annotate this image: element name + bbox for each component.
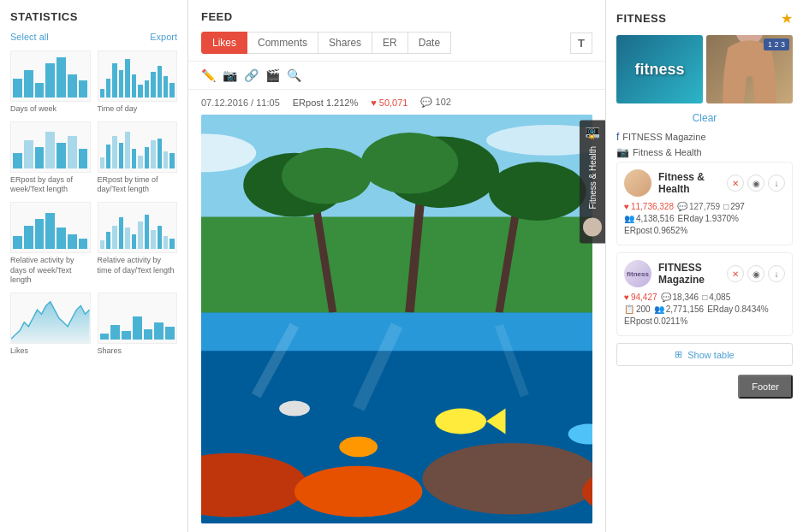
post-date: 07.12.2016 / 11:05 — [201, 98, 280, 108]
statistics-panel: STATISTICS Select all Export Days of wee… — [0, 0, 188, 532]
tab-comments[interactable]: Comments — [247, 32, 318, 54]
feed-image — [201, 115, 592, 523]
star-icon[interactable]: ★ — [781, 10, 793, 27]
camera-icon[interactable]: 📷 — [223, 68, 237, 82]
stats-controls: Select all Export — [10, 32, 177, 42]
account-card-fitness-health: Fitness & Health ✕ ◉ ↓ ♥ 11,736,328 💬 12… — [616, 162, 793, 245]
fitness-image-1: fitness — [616, 35, 703, 103]
shares-stat-1: □ 297 — [723, 202, 745, 211]
followers-stat-2: 👥 2,771,156 — [654, 304, 705, 314]
chart-label-shares: Shares — [98, 346, 178, 357]
facebook-icon: f — [616, 131, 619, 143]
instagram-sm-icon: 📷 — [616, 146, 629, 158]
chart-erpost-days: ERpost by days of week/Text length — [10, 121, 91, 195]
account-avatar-1 — [624, 169, 651, 197]
erpost-stat-2: ERpost 0.0211% — [624, 316, 687, 326]
export-btn[interactable]: Export — [150, 32, 177, 42]
account-1-stats-row-1: ♥ 11,736,328 💬 127,759 □ 297 — [624, 202, 785, 211]
show-table-btn[interactable]: ⊞ Show table — [616, 343, 793, 366]
chart-label-relative-time: Relative activity by time of day/Text le… — [98, 256, 178, 275]
view-account-1-btn[interactable]: ◉ — [747, 174, 764, 192]
pull-tab-avatar — [583, 217, 602, 236]
tab-shares[interactable]: Shares — [318, 32, 372, 54]
account-header-1: Fitness & Health ✕ ◉ ↓ — [624, 169, 785, 197]
chart-label-erpost-days: ERpost by days of week/Text length — [10, 175, 91, 195]
comments-stat-2: 💬 18,346 — [661, 293, 699, 302]
clear-button[interactable]: Clear — [616, 112, 793, 124]
sidebar-pull-tab[interactable]: Fitness & Health 📸 — [580, 120, 605, 243]
chart-relative-days: Relative activity by days of week/Text l… — [10, 202, 91, 286]
account-1-stats-row-3: ERpost 0.9652% — [624, 226, 785, 235]
account-actions-2: ✕ ◉ ↓ — [727, 265, 785, 282]
video-icon[interactable]: 🎬 — [265, 68, 280, 82]
statistics-title: STATISTICS — [10, 10, 177, 23]
svg-rect-4 — [201, 217, 592, 320]
remove-account-2-btn[interactable]: ✕ — [727, 265, 744, 282]
chart-label-time: Time of day — [98, 104, 178, 115]
account-name-2: FITNESS Magazine — [658, 262, 720, 286]
chart-days-of-week: Days of week — [10, 50, 91, 115]
feed-tabs: Likes Comments Shares ER Date T — [201, 32, 592, 54]
pull-tab-label: Fitness & Health — [588, 146, 598, 209]
fitness-title: FITNESS — [616, 12, 666, 25]
tab-er[interactable]: ER — [372, 32, 408, 54]
footer-button[interactable]: Footer — [738, 375, 793, 399]
account-2-stats-row-3: ERpost 0.0211% — [624, 316, 785, 326]
fb-label: FITNESS Magazine — [622, 132, 705, 142]
link-icon[interactable]: 🔗 — [244, 68, 259, 82]
chart-time-of-day: Time of day — [98, 50, 178, 115]
chart-label-likes: Likes — [10, 346, 91, 357]
show-table-label: Show table — [687, 350, 734, 360]
fb-page-info: f FITNESS Magazine — [616, 131, 793, 143]
charts-grid: Days of week Time of day — [10, 50, 177, 357]
chart-label-days: Days of week — [10, 104, 91, 115]
feed-title: FEED — [201, 10, 592, 23]
comments-stat-1: 💬 127,759 — [677, 202, 720, 211]
account-header-2: fitness FITNESS Magazine ✕ ◉ ↓ — [624, 260, 785, 287]
chart-shares: Shares — [98, 293, 178, 357]
view-account-2-btn[interactable]: ◉ — [747, 265, 764, 282]
remove-account-1-btn[interactable]: ✕ — [727, 174, 744, 192]
erpost-stat-1: ERpost 0.9652% — [624, 226, 687, 235]
account-2-stats-row-2: 📋 200 👥 2,771,156 ERday 0.8434% — [624, 304, 785, 314]
chart-erpost-time: ERpost by time of day/Text length — [98, 121, 178, 195]
svg-point-17 — [294, 466, 422, 517]
svg-point-20 — [435, 409, 486, 434]
fitness-images: fitness 1 2 3 — [616, 35, 793, 103]
fitness-header: FITNESS ★ — [616, 10, 793, 27]
feed-post-info: 07.12.2016 / 11:05 ERpost 1.212% ♥ 50,07… — [188, 90, 605, 115]
followers-stat-1: 👥 4,138,516 — [624, 214, 675, 223]
select-all-btn[interactable]: Select all — [10, 32, 49, 42]
account-actions-1: ✕ ◉ ↓ — [727, 174, 785, 192]
feed-panel: FEED Likes Comments Shares ER Date T ✏️ … — [188, 0, 606, 532]
shares-stat-2: □ 4,085 — [702, 293, 730, 302]
svg-point-23 — [279, 401, 310, 417]
tab-date[interactable]: Date — [408, 32, 451, 54]
tab-likes[interactable]: Likes — [201, 32, 247, 54]
likes-stat-2: ♥ 94,427 — [624, 293, 657, 302]
chart-label-relative-days: Relative activity by days of week/Text l… — [10, 256, 91, 286]
fitness-panel: FITNESS ★ fitness 1 2 3 Clear f FITNESS … — [606, 0, 803, 532]
chart-relative-time: Relative activity by time of day/Text le… — [98, 202, 178, 286]
svg-point-12 — [489, 162, 586, 221]
instagram-icon: 📸 — [586, 127, 599, 141]
svg-point-10 — [361, 133, 459, 194]
download-account-2-btn[interactable]: ↓ — [768, 265, 785, 282]
svg-point-7 — [282, 148, 372, 204]
search-icon[interactable]: 🔍 — [287, 68, 301, 82]
erday-stat-1: ERday 1.9370% — [678, 214, 740, 223]
account-2-stats-row-1: ♥ 94,427 💬 18,346 □ 4,085 — [624, 293, 785, 302]
account-card-fitness-mag: fitness FITNESS Magazine ✕ ◉ ↓ ♥ 94,427 … — [616, 252, 793, 336]
account-name-1: Fitness & Health — [658, 171, 720, 195]
download-account-1-btn[interactable]: ↓ — [768, 174, 785, 192]
ig-label: Fitness & Health — [633, 147, 702, 157]
account-avatar-2: fitness — [624, 260, 651, 287]
feed-header: FEED Likes Comments Shares ER Date T — [188, 0, 605, 62]
filter-icons-bar: ✏️ 📷 🔗 🎬 🔍 — [188, 62, 605, 90]
account-1-stats-row-2: 👥 4,138,516 ERday 1.9370% — [624, 214, 785, 223]
text-format-icon[interactable]: T — [570, 33, 592, 54]
likes-count: ♥ 50,071 — [371, 98, 407, 108]
copies-stat-2: 📋 200 — [624, 304, 651, 314]
pencil-icon[interactable]: ✏️ — [201, 68, 216, 82]
erday-stat-2: ERday 0.8434% — [707, 304, 769, 314]
